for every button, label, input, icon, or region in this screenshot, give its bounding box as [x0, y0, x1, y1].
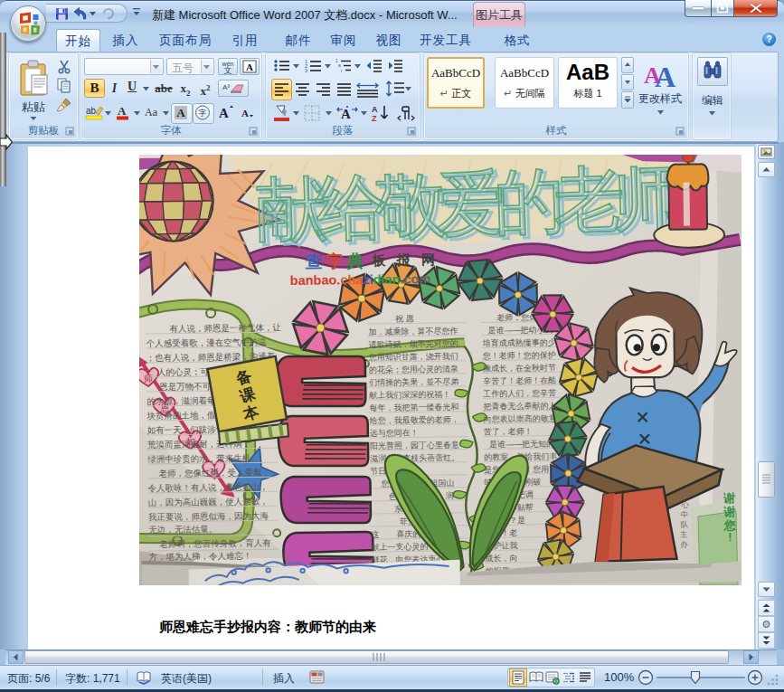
svg-text:A: A	[118, 104, 127, 118]
svg-text:文: 文	[224, 66, 232, 74]
svg-text:A: A	[655, 61, 675, 90]
svg-text:A³: A³	[222, 83, 230, 91]
svg-text:A: A	[372, 105, 378, 114]
svg-text:ab: ab	[86, 106, 97, 116]
svg-text:Z: Z	[372, 114, 377, 122]
svg-text:A: A	[241, 108, 249, 118]
svg-text:3: 3	[305, 68, 307, 73]
svg-text:Aa: Aa	[145, 106, 158, 118]
svg-text:A: A	[176, 106, 185, 119]
svg-text:A: A	[246, 62, 253, 72]
svg-text:字: 字	[199, 109, 207, 118]
svg-text:A: A	[219, 106, 229, 120]
svg-text:i: i	[341, 68, 342, 73]
svg-text:粘贴: 粘贴	[22, 100, 45, 114]
